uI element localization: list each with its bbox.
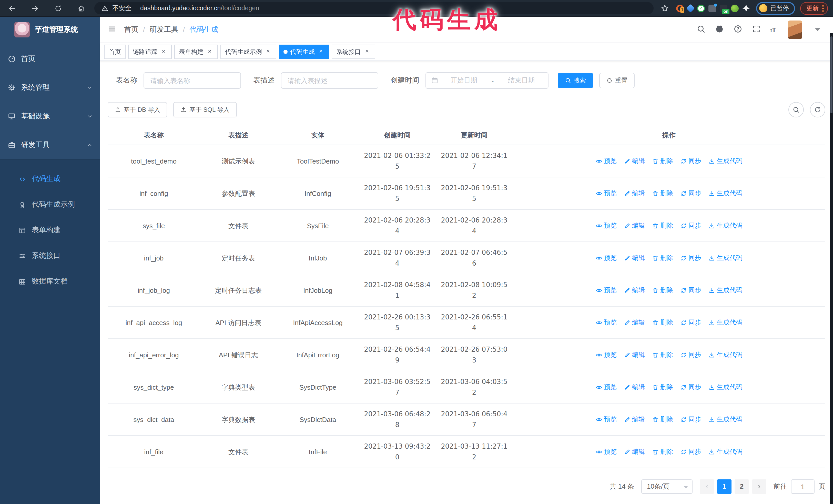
row-action-link[interactable]: 预览 xyxy=(596,220,617,231)
row-action-link[interactable]: 编辑 xyxy=(624,155,645,166)
search-icon[interactable] xyxy=(696,25,705,35)
row-action-link[interactable]: 预览 xyxy=(596,188,617,199)
white-pinwheel-icon[interactable] xyxy=(742,4,750,12)
user-avatar[interactable] xyxy=(788,21,802,39)
tab[interactable]: 首页 xyxy=(104,45,125,59)
tab[interactable]: 系统接口 × xyxy=(332,45,375,59)
page-size-select[interactable]: 10条/页 xyxy=(641,479,693,494)
row-action-link[interactable]: 同步 xyxy=(680,317,701,328)
row-action-link[interactable]: 删除 xyxy=(652,414,673,425)
row-action-link[interactable]: 编辑 xyxy=(624,382,645,392)
row-action-link[interactable]: 删除 xyxy=(652,155,673,166)
sidebar-item[interactable]: 首页 xyxy=(0,45,100,73)
hamburger-icon[interactable] xyxy=(108,25,116,35)
row-action-link[interactable]: 生成代码 xyxy=(709,414,742,425)
row-action-link[interactable]: 预览 xyxy=(596,446,617,457)
row-action-link[interactable]: 同步 xyxy=(680,414,701,425)
row-action-link[interactable]: 生成代码 xyxy=(709,188,742,199)
row-action-link[interactable]: 编辑 xyxy=(624,285,645,295)
close-icon[interactable]: × xyxy=(160,48,167,55)
start-date-placeholder[interactable]: 开始日期 xyxy=(443,76,485,85)
blue-gem-icon[interactable] xyxy=(686,4,695,13)
row-action-link[interactable]: 编辑 xyxy=(624,446,645,457)
row-action-link[interactable]: 编辑 xyxy=(624,220,645,231)
sidebar-subitem[interactable]: 系统接口 xyxy=(0,243,100,269)
bookmark-star-icon[interactable] xyxy=(661,4,669,12)
fullscreen-icon[interactable] xyxy=(752,25,760,35)
row-action-link[interactable]: 生成代码 xyxy=(709,382,742,392)
page-number-button[interactable]: 1 xyxy=(717,479,732,494)
avatar-caret-icon[interactable] xyxy=(815,28,820,31)
page-url[interactable]: dashboard.yudao.iocoder.cn/tool/codegen xyxy=(140,5,259,12)
row-action-link[interactable]: 同步 xyxy=(680,188,701,199)
scrollbar[interactable] xyxy=(830,33,833,504)
close-icon[interactable]: × xyxy=(264,48,272,55)
import-sql-button[interactable]: 基于 SQL 导入 xyxy=(173,102,237,117)
row-action-link[interactable]: 预览 xyxy=(596,317,617,328)
home-icon[interactable] xyxy=(77,4,85,12)
end-date-placeholder[interactable]: 结束日期 xyxy=(500,76,543,85)
font-size-icon[interactable]: tT xyxy=(770,26,776,33)
row-action-link[interactable]: 生成代码 xyxy=(709,285,742,295)
search-button[interactable]: 搜索 xyxy=(558,73,593,88)
breadcrumb-item[interactable]: 首页/ xyxy=(124,25,150,34)
paused-badge[interactable]: 已暂停 xyxy=(756,2,795,15)
orange-swirl-icon[interactable]: 1 xyxy=(676,4,684,12)
row-action-link[interactable]: 同步 xyxy=(680,220,701,231)
row-action-link[interactable]: 编辑 xyxy=(624,188,645,199)
toggle-search-button[interactable] xyxy=(788,102,804,117)
row-action-link[interactable]: 同步 xyxy=(680,446,701,457)
row-action-link[interactable]: 删除 xyxy=(652,350,673,360)
next-page-button[interactable] xyxy=(752,479,766,494)
refresh-table-button[interactable] xyxy=(810,102,825,117)
import-db-button[interactable]: 基于 DB 导入 xyxy=(108,102,167,117)
app-logo-row[interactable]: 芋道管理系统 xyxy=(0,17,100,43)
row-action-link[interactable]: 预览 xyxy=(596,155,617,166)
row-action-link[interactable]: 生成代码 xyxy=(709,155,742,166)
browser-update-button[interactable]: 更新 xyxy=(800,2,828,15)
row-action-link[interactable]: 删除 xyxy=(652,188,673,199)
sidebar-subitem[interactable]: 数据库文档 xyxy=(0,269,100,294)
row-action-link[interactable]: 预览 xyxy=(596,285,617,295)
row-action-link[interactable]: 删除 xyxy=(652,382,673,392)
green-bug-icon[interactable] xyxy=(731,4,739,12)
sidebar-item[interactable]: 基础设施 xyxy=(0,102,100,131)
tab[interactable]: 代码生成示例 × xyxy=(220,45,276,59)
row-action-link[interactable]: 删除 xyxy=(652,220,673,231)
page-number-button[interactable]: 2 xyxy=(735,479,749,494)
reload-icon[interactable] xyxy=(54,4,62,12)
goto-page-input[interactable] xyxy=(791,479,814,494)
row-action-link[interactable]: 同步 xyxy=(680,253,701,263)
table-desc-input[interactable] xyxy=(281,72,378,89)
row-action-link[interactable]: 生成代码 xyxy=(709,253,742,263)
breadcrumb-item[interactable]: 研发工具/ xyxy=(150,25,190,34)
gray-sliders-icon[interactable] xyxy=(709,4,716,12)
row-action-link[interactable]: 预览 xyxy=(596,350,617,360)
security-label[interactable]: 不安全 xyxy=(112,4,132,13)
close-icon[interactable]: × xyxy=(363,48,371,55)
sidebar-item[interactable]: 研发工具 xyxy=(0,131,100,160)
sidebar-item[interactable]: 系统管理 xyxy=(0,73,100,102)
forward-icon[interactable] xyxy=(31,4,39,12)
row-action-link[interactable]: 同步 xyxy=(680,285,701,295)
row-action-link[interactable]: 同步 xyxy=(680,382,701,392)
help-icon[interactable] xyxy=(733,25,742,35)
row-action-link[interactable]: 预览 xyxy=(596,382,617,392)
date-range-picker[interactable]: 开始日期 - 结束日期 xyxy=(426,72,548,89)
row-action-link[interactable]: 生成代码 xyxy=(709,350,742,360)
row-action-link[interactable]: 编辑 xyxy=(624,253,645,263)
row-action-link[interactable]: 生成代码 xyxy=(709,317,742,328)
prev-page-button[interactable] xyxy=(700,479,714,494)
sidebar-subitem[interactable]: 代码生成示例 xyxy=(0,192,100,217)
row-action-link[interactable]: 预览 xyxy=(596,253,617,263)
row-action-link[interactable]: 同步 xyxy=(680,350,701,360)
green-check-circle-icon[interactable]: ✓ xyxy=(697,4,705,12)
dark-box-on-icon[interactable]: on xyxy=(720,4,728,12)
row-action-link[interactable]: 生成代码 xyxy=(709,220,742,231)
row-action-link[interactable]: 删除 xyxy=(652,446,673,457)
tab[interactable]: 链路追踪 × xyxy=(128,45,172,59)
row-action-link[interactable]: 生成代码 xyxy=(709,446,742,457)
close-icon[interactable]: × xyxy=(206,48,213,55)
row-action-link[interactable]: 同步 xyxy=(680,155,701,166)
sidebar-subitem[interactable]: 表单构建 xyxy=(0,217,100,243)
